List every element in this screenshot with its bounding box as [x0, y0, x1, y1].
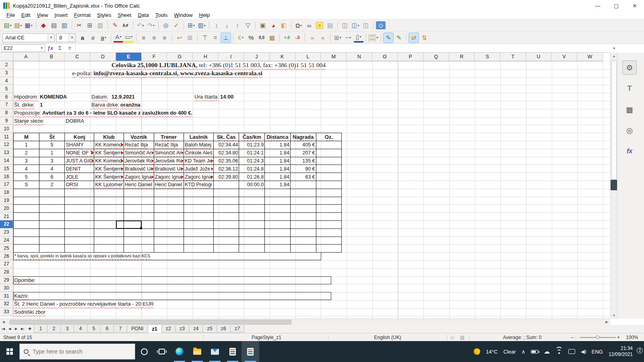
cell[interactable] — [39, 213, 65, 221]
wrap-text-button[interactable]: ↩ — [175, 33, 184, 43]
menu-insert[interactable]: Insert — [51, 12, 71, 19]
row-header-27[interactable]: 27 — [0, 260, 13, 268]
zoom-out-button[interactable]: – — [571, 333, 574, 341]
right-to-left-button[interactable]: ✎ — [394, 33, 404, 43]
styles-panel-button[interactable]: T — [622, 81, 637, 96]
cell[interactable]: 1.84 — [265, 165, 291, 173]
column-header-E[interactable]: E — [116, 53, 142, 61]
cell[interactable] — [290, 181, 316, 189]
cell[interactable] — [94, 237, 124, 245]
cell[interactable] — [184, 197, 213, 205]
row-header-31[interactable]: 31 — [0, 292, 13, 300]
cell[interactable] — [265, 189, 291, 197]
cell[interactable]: Rezač Ilija — [154, 141, 184, 149]
cell[interactable]: SHAMY — [65, 141, 94, 149]
cell[interactable] — [39, 245, 65, 253]
text-direction-vertical-button[interactable]: ⇅ — [419, 33, 429, 43]
cell[interactable] — [316, 165, 342, 173]
cell[interactable] — [316, 245, 342, 253]
cell[interactable]: 1.84 — [265, 173, 291, 181]
cell[interactable]: Zagorc Igna — [184, 173, 213, 181]
border-style-button[interactable]: ╌▾ — [343, 33, 353, 43]
open-button[interactable]: ▨▾ — [13, 21, 23, 30]
row-headers[interactable]: 2345678910111213141516171819202122232425… — [0, 61, 13, 319]
cell[interactable] — [213, 245, 239, 253]
number-format-button[interactable]: 0,0 — [257, 33, 266, 43]
row-header-18[interactable]: 18 — [0, 189, 13, 197]
cell[interactable]: 90 € — [290, 165, 316, 173]
onedrive-cloud-icon[interactable]: ☁ — [544, 348, 550, 355]
align-right-button[interactable]: ≡ — [160, 33, 169, 43]
show-draw-functions-button[interactable]: ◇ — [376, 21, 386, 29]
cell[interactable] — [14, 228, 39, 237]
cell[interactable]: KK Ljutomer — [94, 181, 124, 189]
cell[interactable]: 02:34.80 — [213, 149, 239, 157]
conditional-formatting-button[interactable]: ▾ — [369, 33, 378, 43]
sheet-tab-z4[interactable]: z4 — [189, 325, 203, 333]
column-headers[interactable]: ABCDEFGHIJKLMNOPQRSTUVW — [13, 53, 610, 61]
cell[interactable]: 02:35.06 — [213, 157, 239, 165]
cell[interactable]: DENIT — [65, 165, 94, 173]
cell[interactable] — [154, 213, 184, 221]
paste-button[interactable]: ▥ — [95, 21, 105, 30]
menu-view[interactable]: View — [33, 12, 51, 19]
cell[interactable] — [39, 220, 65, 228]
row-header-9[interactable]: 9 — [0, 117, 13, 125]
cell[interactable] — [265, 220, 291, 228]
spreadsheet-grid[interactable]: ABCDEFGHIJKLMNOPQRSTUVW 2345678910111213… — [0, 53, 610, 319]
cell[interactable]: NONE OF T — [65, 149, 94, 157]
zoom-slider[interactable] — [580, 337, 616, 338]
cell[interactable]: 3 — [14, 157, 39, 165]
language-status[interactable]: English (UK) — [329, 333, 446, 341]
chevron-down-icon[interactable]: ▾ — [340, 36, 341, 39]
autofilter-button[interactable]: ▽ — [243, 21, 253, 30]
edge-taskbar-button[interactable] — [171, 341, 188, 362]
scroll-left-icon[interactable]: ◀ — [0, 319, 7, 325]
chevron-down-icon[interactable]: ▾ — [142, 24, 144, 27]
last-sheet-button[interactable]: ▶| — [19, 325, 26, 332]
align-top-button[interactable]: ⊤ — [200, 33, 210, 43]
column-header-R[interactable]: R — [449, 53, 475, 61]
find-replace-button[interactable]: ◎ — [161, 21, 171, 30]
cell[interactable] — [290, 189, 316, 197]
split-window-button[interactable]: ◫ — [361, 21, 371, 30]
cell[interactable] — [213, 228, 239, 237]
selection-mode-icon[interactable]: ▭ — [450, 333, 454, 341]
cell[interactable] — [39, 189, 65, 197]
chevron-down-icon[interactable]: ▾ — [10, 24, 12, 27]
cell[interactable]: JOLE — [65, 173, 94, 181]
cell-area[interactable]: Celovška 25,1000 LJUBLJANA, tel: +386 (0… — [13, 61, 610, 319]
cell[interactable] — [239, 228, 265, 237]
align-center-button[interactable]: ≡ — [149, 33, 159, 43]
cell[interactable] — [265, 197, 291, 205]
chevron-down-icon[interactable]: ▾ — [105, 36, 106, 39]
formula-input[interactable] — [75, 44, 636, 52]
cell[interactable]: KK Komend — [94, 157, 124, 165]
column-header-K[interactable]: K — [270, 53, 295, 61]
column-header-W[interactable]: W — [577, 53, 603, 61]
trio-office-calc-taskbar-button[interactable] — [242, 341, 259, 362]
print-button[interactable]: ▤ — [49, 21, 59, 30]
chevron-down-icon[interactable]: ▾ — [376, 36, 378, 39]
sheet-tab-6[interactable]: 6 — [100, 325, 114, 333]
row-header-25[interactable]: 25 — [0, 244, 13, 252]
cell[interactable]: 02:39.80 — [213, 173, 239, 181]
row-header-32[interactable]: 32 — [0, 300, 13, 308]
weather-moon-icon[interactable] — [474, 348, 480, 355]
chevron-down-icon[interactable]: ▾ — [204, 24, 206, 27]
cell[interactable] — [65, 197, 94, 205]
cell[interactable] — [94, 245, 124, 253]
cell[interactable] — [124, 245, 154, 253]
menu-sheet[interactable]: Sheet — [114, 12, 134, 19]
cell[interactable]: 1.84 — [265, 149, 291, 157]
cortana-button[interactable] — [135, 341, 153, 362]
row-header-29[interactable]: 29 — [0, 276, 13, 284]
first-sheet-button[interactable]: |◀ — [0, 325, 6, 332]
chevron-down-icon[interactable]: ▾ — [349, 36, 351, 39]
chevron-down-icon[interactable]: ▾ — [193, 24, 195, 27]
cell[interactable] — [316, 205, 342, 213]
zoom-level[interactable]: 100% — [626, 333, 638, 341]
results-table[interactable]: MŠtKonjKlubVoznikTrenerLastnikSk. ČasČas… — [13, 133, 342, 253]
row-header-21[interactable]: 21 — [0, 212, 13, 220]
cell[interactable] — [213, 213, 239, 221]
